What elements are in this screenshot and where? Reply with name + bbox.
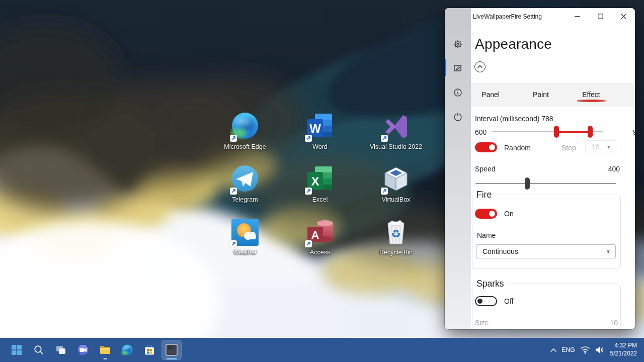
fire-name-label: Name [477, 231, 496, 239]
livewallpaperfire-settings-window: LiveWallpaperFire Setting Appearance [445, 8, 635, 329]
desktop-icon-telegram[interactable]: Telegram [215, 164, 275, 204]
desktop-icon-weather[interactable]: Weather [215, 217, 275, 256]
clock-date: 5/21/2022 [610, 350, 637, 358]
minimize-button[interactable] [566, 8, 589, 24]
desktop: Microsoft Edge W Word [0, 0, 644, 362]
file-explorer-icon [99, 344, 111, 356]
fire-toggle[interactable] [475, 209, 497, 219]
shortcut-arrow-icon [230, 240, 237, 247]
desktop-icon-word[interactable]: W Word [290, 112, 350, 151]
chat-icon [77, 344, 89, 356]
chevron-down-icon: ▼ [606, 249, 615, 254]
fire-group-legend: Fire [474, 190, 494, 200]
chat-button[interactable] [73, 340, 93, 360]
interval-label: Interval (millisecond) 788 [475, 115, 553, 123]
desktop-icon-label: Excel [290, 196, 350, 204]
gear-icon[interactable] [453, 40, 462, 49]
active-app-indicator [167, 358, 177, 359]
sparks-toggle-label: Off [504, 297, 513, 305]
sparks-group-legend: Sparks [474, 279, 506, 289]
shortcut-arrow-icon [230, 135, 237, 142]
desktop-icon-visual-studio[interactable]: Visual Studio 2022 [366, 112, 426, 151]
shortcut-arrow-icon [305, 240, 312, 247]
livewallpaperfire-app-button[interactable] [162, 340, 182, 360]
file-explorer-button[interactable] [95, 340, 115, 360]
task-view-button[interactable] [51, 340, 71, 360]
language-indicator[interactable]: ENG [562, 346, 575, 353]
desktop-icon-recycle-bin[interactable]: ♻ Recycle Bin [366, 217, 426, 256]
random-label: Random [504, 144, 531, 152]
collapse-button[interactable] [474, 61, 486, 72]
shortcut-arrow-icon [230, 188, 237, 195]
interval-value: 788 [541, 115, 553, 123]
maximize-button[interactable] [589, 8, 612, 24]
sparks-size-label: Size [475, 319, 489, 327]
search-button[interactable] [29, 340, 49, 360]
desktop-icon-microsoft-edge[interactable]: Microsoft Edge [215, 112, 275, 151]
taskbar: ENG 4:32 PM 5/21/2022 [0, 338, 644, 362]
random-toggle[interactable] [475, 142, 497, 152]
shortcut-arrow-icon [381, 135, 388, 142]
store-button[interactable] [139, 340, 159, 360]
start-button[interactable] [7, 340, 27, 360]
fire-name-dropdown[interactable]: Continuous ▼ [476, 244, 616, 258]
recycle-bin-icon: ♻ [381, 217, 411, 247]
svg-text:♻: ♻ [391, 228, 401, 240]
speed-slider-track[interactable] [475, 183, 616, 184]
desktop-icon-access[interactable]: A Access [290, 217, 350, 256]
desktop-icon-label: Recycle Bin [366, 249, 426, 256]
chevron-down-icon: ▼ [606, 144, 616, 150]
desktop-icon-label: Access [290, 249, 350, 256]
tab-panel[interactable]: Panel [477, 82, 504, 107]
interval-min-handle[interactable] [554, 126, 559, 138]
interval-min-label: 600 [475, 128, 487, 136]
fire-toggle-label: On [504, 210, 514, 218]
search-icon [33, 344, 44, 355]
svg-text:W: W [309, 122, 321, 135]
page-title: Appearance [475, 36, 552, 52]
sparks-toggle[interactable] [475, 296, 497, 306]
svg-text:X: X [311, 174, 319, 188]
edge-icon [121, 344, 133, 356]
speed-slider-handle[interactable] [525, 177, 530, 190]
settings-sidebar [445, 8, 471, 329]
close-button[interactable] [612, 8, 635, 24]
shortcut-arrow-icon [381, 188, 388, 195]
power-icon[interactable] [453, 112, 462, 121]
settings-content: LiveWallpaperFire Setting Appearance [471, 8, 635, 329]
desktop-icon-label: Weather [215, 249, 275, 256]
chevron-up-icon [477, 65, 483, 69]
desktop-icon-label: Word [290, 143, 350, 151]
desktop-icon-virtualbox[interactable]: VirtualBox [366, 164, 426, 204]
window-title: LiveWallpaperFire Setting [473, 13, 542, 20]
sparks-group [472, 284, 621, 329]
windows-logo-icon [11, 344, 22, 355]
volume-icon[interactable] [595, 346, 605, 354]
shortcut-arrow-icon [305, 135, 312, 142]
shortcut-arrow-icon [305, 188, 312, 195]
desktop-icon-label: VirtualBox [366, 196, 426, 204]
desktop-icon-label: Telegram [215, 196, 275, 204]
interval-range-active [556, 131, 590, 133]
interval-max-handle[interactable] [588, 126, 593, 138]
appearance-edit-icon[interactable] [453, 63, 462, 72]
tab-effect[interactable]: Effect [578, 82, 605, 107]
sparks-size-value: 10 [610, 319, 618, 327]
svg-text:A: A [311, 229, 319, 241]
step-dropdown: 10 ▼ [585, 140, 616, 153]
livewallpaperfire-app-icon [165, 343, 178, 356]
desktop-icon-label: Microsoft Edge [215, 143, 275, 151]
clock[interactable]: 4:32 PM 5/21/2022 [610, 342, 637, 357]
clock-time: 4:32 PM [610, 342, 637, 350]
tray-chevron-up-icon[interactable] [550, 348, 557, 352]
task-view-icon [55, 344, 66, 355]
desktop-icon-excel[interactable]: X Excel [290, 164, 350, 204]
sidebar-selection-indicator [445, 59, 446, 76]
wifi-icon[interactable] [580, 346, 590, 354]
desktop-icon-label: Visual Studio 2022 [366, 143, 426, 151]
tab-bar: Panel Paint Effect [471, 82, 635, 107]
tab-paint[interactable]: Paint [527, 82, 554, 107]
running-indicator [104, 358, 107, 359]
info-icon[interactable] [453, 88, 462, 97]
edge-button[interactable] [117, 340, 137, 360]
